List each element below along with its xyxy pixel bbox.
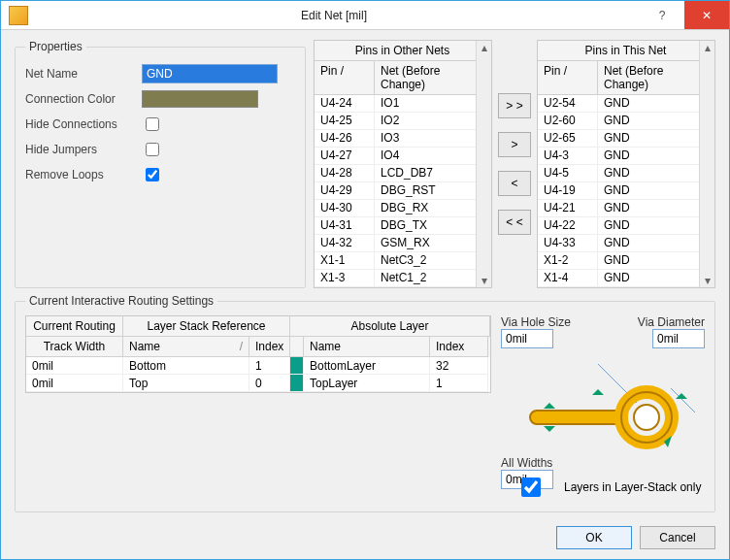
table-row[interactable]: U4-28LCD_DB7 [315,165,491,182]
cell-net: IO2 [375,113,491,129]
all-widths-label: All Widths [501,456,553,470]
scroll-up-icon[interactable]: ▴ [705,41,711,54]
cell-pin: X1-4 [538,270,598,286]
cell-net: IO4 [375,148,491,164]
via-hole-input[interactable] [501,329,553,348]
cell-net: IO3 [375,130,491,147]
table-row[interactable]: U2-54GND [538,95,714,113]
cell-pin: U4-3 [538,148,598,164]
cell-pin: U4-5 [538,165,598,181]
table-row[interactable]: X1-1NetC3_2 [315,252,491,270]
hide-conn-checkbox[interactable] [146,117,159,131]
table-row[interactable]: U4-29DBG_RST [315,182,491,200]
pins-other-col-net[interactable]: Net (Before Change) [375,61,491,94]
close-button[interactable]: ✕ [684,1,729,29]
hide-jump-checkbox[interactable] [146,143,159,156]
table-row[interactable]: U2-60GND [538,113,714,130]
col-stack-index[interactable]: Index [249,337,290,357]
table-row[interactable]: U4-21GND [538,200,714,217]
cell-net: NetC3_2 [375,252,491,269]
cell-net: DBG_TX [375,217,491,234]
scroll-down-icon[interactable]: ▾ [705,274,711,287]
via-panel: Via Hole Size Via Diameter [501,315,705,504]
table-row[interactable]: U4-3GND [538,148,714,165]
table-row[interactable]: U4-27IO4 [315,148,491,165]
table-row[interactable]: U4-30DBG_RX [315,200,491,217]
cell-net: GND [598,148,714,164]
svg-rect-4 [530,411,627,424]
col-color [290,337,304,357]
scrollbar[interactable]: ▴▾ [476,41,491,287]
table-row[interactable]: 0milTop0TopLayer1 [26,375,490,392]
grid-hdr-stack[interactable]: Layer Stack Reference [123,316,290,337]
cell-net: LCD_DB7 [375,165,491,181]
pins-other-title: Pins in Other Nets [315,41,491,60]
svg-marker-8 [544,403,555,409]
scroll-down-icon[interactable]: ▾ [481,274,487,287]
table-row[interactable]: U4-31DBG_TX [315,217,491,235]
pins-other-list[interactable]: Pins in Other Nets Pin / Net (Before Cha… [314,40,492,288]
col-abs-name[interactable]: Name [304,337,430,357]
table-row[interactable]: U4-32GSM_RX [315,235,491,252]
via-diam-label: Via Diameter [638,315,705,329]
table-row[interactable]: U2-65GND [538,130,714,148]
via-diam-input[interactable] [652,329,705,348]
pins-this-list[interactable]: Pins in This Net Pin / Net (Before Chang… [537,40,715,288]
cell-pin: U4-21 [538,200,598,216]
cell-pin: U4-19 [538,182,598,199]
table-row[interactable]: X1-4GND [538,270,714,287]
layers-only-label: Layers in Layer-Stack only [564,480,701,494]
move-all-right-button[interactable]: > > [498,93,531,118]
mover-buttons: > > > < < < [498,40,531,288]
routing-grid[interactable]: Current Routing Layer Stack Reference Ab… [25,315,491,393]
cell-pin: U2-65 [538,130,598,147]
table-row[interactable]: 0milBottom1BottomLayer32 [26,357,490,375]
table-row[interactable]: U4-5GND [538,165,714,182]
cell-pin: X1-3 [315,270,375,286]
cell-pin: U4-25 [315,113,375,129]
remove-loops-checkbox[interactable] [146,168,159,181]
col-abs-index[interactable]: Index [430,337,488,357]
hide-conn-label: Hide Connections [25,117,142,131]
cell-pin: U4-24 [315,95,375,112]
properties-group: Properties Net Name Connection Color Hid… [15,40,306,288]
help-button[interactable]: ? [640,1,684,29]
window-title: Edit Net [mil] [28,9,640,22]
ok-button[interactable]: OK [556,526,632,549]
table-row[interactable]: U4-26IO3 [315,130,491,148]
col-stack-name[interactable]: Name/ [123,337,249,357]
layers-only-checkbox[interactable] [505,478,557,497]
pins-this-title: Pins in This Net [538,41,714,60]
grid-hdr-abs[interactable]: Absolute Layer [290,316,490,337]
net-name-input[interactable] [142,64,278,83]
hide-jump-label: Hide Jumpers [25,143,142,156]
routing-group: Current Interactive Routing Settings Cur… [15,294,715,512]
titlebar[interactable]: Edit Net [mil] ? ✕ [1,1,729,30]
move-left-button[interactable]: < [498,171,531,196]
table-row[interactable]: U4-24IO1 [315,95,491,113]
cell-pin: X1-1 [315,252,375,269]
cancel-button[interactable]: Cancel [640,526,715,549]
table-row[interactable]: U4-33GND [538,235,714,252]
cell-net: DBG_RST [375,182,491,199]
pins-this-col-net[interactable]: Net (Before Change) [598,61,714,94]
move-right-button[interactable]: > [498,132,531,157]
grid-hdr-current[interactable]: Current Routing [26,316,123,337]
scrollbar[interactable]: ▴▾ [699,41,714,287]
scroll-up-icon[interactable]: ▴ [481,41,487,54]
conn-color-swatch[interactable] [142,90,258,108]
move-all-left-button[interactable]: < < [498,210,531,235]
table-row[interactable]: U4-22GND [538,217,714,235]
table-row[interactable]: X1-3NetC1_2 [315,270,491,287]
remove-loops-label: Remove Loops [25,168,142,181]
cell-net: GND [598,270,714,286]
cell-net: GND [598,252,714,269]
pins-this-col-pin[interactable]: Pin / [538,61,598,94]
cell-net: GSM_RX [375,235,491,251]
table-row[interactable]: U4-25IO2 [315,113,491,130]
table-row[interactable]: X1-2GND [538,252,714,270]
cell-pin: U4-27 [315,148,375,164]
pins-other-col-pin[interactable]: Pin / [315,61,375,94]
col-track-width[interactable]: Track Width [26,337,123,357]
table-row[interactable]: U4-19GND [538,182,714,200]
